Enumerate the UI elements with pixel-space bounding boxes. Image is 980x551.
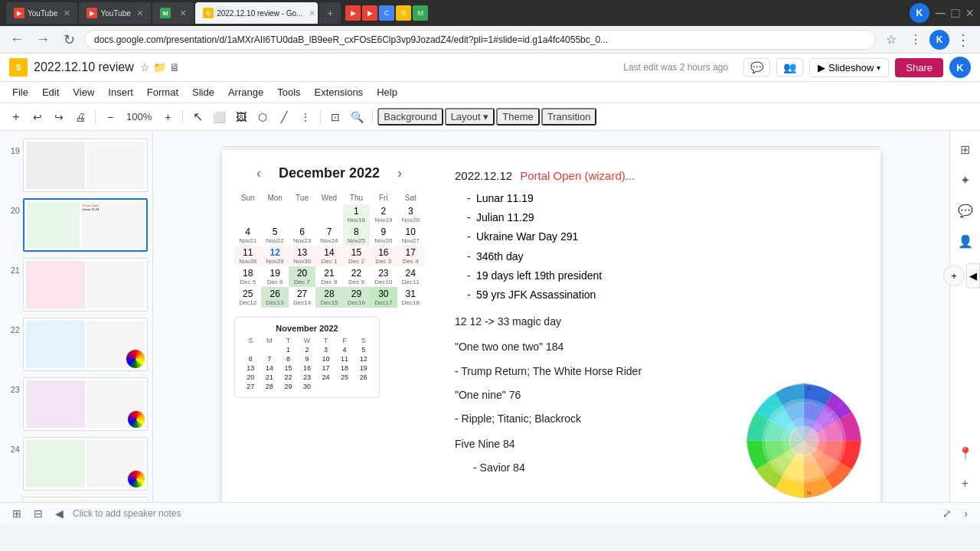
cal-cell-dec23[interactable]: 23Dec10	[370, 266, 397, 287]
nov-cell-7[interactable]: 7	[260, 354, 279, 364]
sidebar-location[interactable]: 📍	[953, 441, 978, 465]
toolbar-cursor[interactable]: ↖	[188, 107, 207, 127]
quick-fav-2[interactable]: ▶	[362, 5, 377, 21]
profile-avatar-nav[interactable]: K	[929, 30, 949, 50]
cal-cell-dec12[interactable]: 12Nov29	[261, 246, 288, 266]
menu-format[interactable]: Format	[141, 84, 185, 100]
slide-thumb-22[interactable]: 22	[3, 316, 149, 373]
nov-cell-5[interactable]: 5	[354, 345, 373, 354]
slide-img-20[interactable]: Portal Open Lunar 11.19	[23, 198, 148, 252]
nov-cell-17[interactable]: 17	[316, 364, 335, 373]
comments-btn[interactable]: 💬	[743, 58, 770, 77]
collab-btn[interactable]: 👥	[776, 58, 803, 77]
nov-cell-20[interactable]: 20	[241, 373, 260, 382]
slide-thumb-20[interactable]: 20 Portal Open Lunar 11.19	[3, 197, 149, 253]
nov-cell-8[interactable]: 8	[279, 354, 298, 364]
toolbar-zoom-out[interactable]: −	[100, 107, 120, 127]
cal-cell-dec13[interactable]: 13Nov30	[289, 246, 315, 266]
cal-cell-dec5[interactable]: 5Nov22	[261, 225, 288, 246]
menu-edit[interactable]: Edit	[36, 84, 65, 100]
cal-cell-dec2[interactable]: 2Nov19	[370, 204, 397, 225]
tab-youtube-1[interactable]: ▶ YouTube ×	[6, 2, 77, 24]
doc-title[interactable]: 2022.12.10 review	[34, 60, 134, 74]
nov-cell-3[interactable]: 3	[316, 345, 335, 354]
tab-close-slides[interactable]: ×	[309, 7, 315, 19]
panel-toggle-btn[interactable]: ◀	[52, 506, 67, 521]
menu-view[interactable]: View	[67, 84, 100, 100]
cal-prev-btn[interactable]: ‹	[248, 162, 270, 184]
nov-cell-11[interactable]: 11	[335, 354, 354, 364]
cal-cell-dec17[interactable]: 17Dec 4	[397, 246, 424, 266]
toolbar-zoom-in[interactable]: +	[158, 107, 178, 127]
slide-thumb-19[interactable]: 19	[3, 137, 149, 194]
nov-cell-19[interactable]: 19	[354, 364, 373, 373]
forward-button[interactable]: →	[32, 29, 54, 51]
share-button[interactable]: Share	[895, 58, 943, 77]
sidebar-comments[interactable]: 💬	[953, 198, 978, 223]
nov-cell-28[interactable]: 28	[260, 382, 279, 391]
reload-button[interactable]: ↻	[58, 29, 80, 51]
slide-img-25[interactable]	[23, 497, 148, 502]
nov-cell-12[interactable]: 12	[354, 354, 373, 364]
menu-tools[interactable]: Tools	[271, 84, 306, 100]
toolbar-textbox[interactable]: ⊡	[325, 107, 345, 127]
cal-cell-dec28[interactable]: 28Dec15	[315, 287, 342, 308]
nov-cell-24[interactable]: 24	[316, 373, 335, 382]
cal-cell-dec27[interactable]: 27Dec14	[289, 287, 315, 308]
tab-close-2[interactable]: ×	[137, 7, 143, 19]
cal-cell-dec4[interactable]: 4Nov21	[234, 225, 261, 246]
menu-extensions[interactable]: Extensions	[309, 84, 370, 100]
window-maximize[interactable]: □	[952, 5, 960, 21]
toolbar-more[interactable]: ⋮	[296, 107, 315, 127]
nov-cell-18[interactable]: 18	[335, 364, 354, 373]
user-avatar[interactable]: K	[949, 57, 971, 78]
cal-cell-dec20[interactable]: 20Dec 7	[289, 266, 315, 287]
nov-cell-15[interactable]: 15	[279, 364, 298, 373]
tab-youtube-2[interactable]: ▶ YouTube ×	[79, 2, 150, 24]
cal-cell-dec31[interactable]: 31Dec18	[397, 287, 424, 308]
back-button[interactable]: ←	[6, 29, 28, 51]
window-minimize[interactable]: ─	[936, 5, 946, 21]
toolbar-add[interactable]: +	[6, 107, 26, 127]
cal-cell-dec16[interactable]: 16Dec 3	[370, 246, 397, 266]
star-icon[interactable]: ☆	[140, 61, 150, 73]
toolbar-layout[interactable]: Layout ▾	[445, 108, 495, 126]
quick-fav-1[interactable]: ▶	[345, 5, 361, 21]
sidebar-people[interactable]: 👤	[953, 229, 978, 253]
nov-cell-21[interactable]: 21	[260, 373, 279, 382]
cal-cell-dec9[interactable]: 9Nov26	[370, 225, 397, 246]
toolbar-background[interactable]: Background	[377, 108, 443, 126]
nov-cell-13[interactable]: 13	[241, 364, 260, 373]
nov-cell-14[interactable]: 14	[260, 364, 279, 373]
nov-cell-2[interactable]: 2	[298, 345, 317, 354]
toolbar-undo[interactable]: ↩	[28, 107, 47, 127]
next-slide-btn[interactable]: ›	[961, 506, 971, 521]
cal-cell-dec30[interactable]: 30Dec17	[370, 287, 397, 308]
cal-cell-dec21[interactable]: 21Dec 8	[315, 266, 342, 287]
speaker-notes-placeholder[interactable]: Click to add speaker notes	[73, 508, 933, 519]
cal-cell-dec11[interactable]: 11Nov28	[234, 246, 261, 266]
nov-cell-23[interactable]: 23	[298, 373, 317, 382]
grid-view-btn[interactable]: ⊟	[31, 506, 46, 521]
slideshow-dropdown[interactable]: ▾	[877, 64, 880, 72]
tab-close-1[interactable]: ×	[64, 7, 70, 19]
sidebar-animate[interactable]: ✦	[953, 168, 978, 192]
slide-thumb-21[interactable]: 21	[3, 256, 149, 313]
toolbar-print[interactable]: 🖨	[70, 107, 90, 127]
menu-insert[interactable]: Insert	[102, 84, 139, 100]
cal-cell-dec14[interactable]: 14Dec 1	[315, 246, 342, 266]
nov-cell-25[interactable]: 25	[335, 373, 354, 382]
toolbar-image[interactable]: 🖼	[231, 107, 251, 127]
nov-cell-9[interactable]: 9	[298, 354, 317, 364]
slide-img-24[interactable]	[23, 437, 148, 491]
sidebar-plus[interactable]: +	[953, 471, 978, 496]
nov-cell-29[interactable]: 29	[279, 382, 298, 391]
toolbar-transition[interactable]: Transition	[541, 108, 597, 126]
add-slide-right-btn[interactable]: +	[943, 265, 949, 286]
cal-cell-dec6[interactable]: 6Nov23	[289, 225, 315, 246]
quick-fav-3[interactable]: C	[379, 5, 394, 21]
menu-file[interactable]: File	[6, 84, 34, 100]
cal-cell-dec18[interactable]: 18Dec 5	[234, 266, 261, 287]
cal-cell-dec8[interactable]: 8Nov25	[343, 225, 370, 246]
slide-thumb-23[interactable]: 23	[3, 376, 149, 432]
